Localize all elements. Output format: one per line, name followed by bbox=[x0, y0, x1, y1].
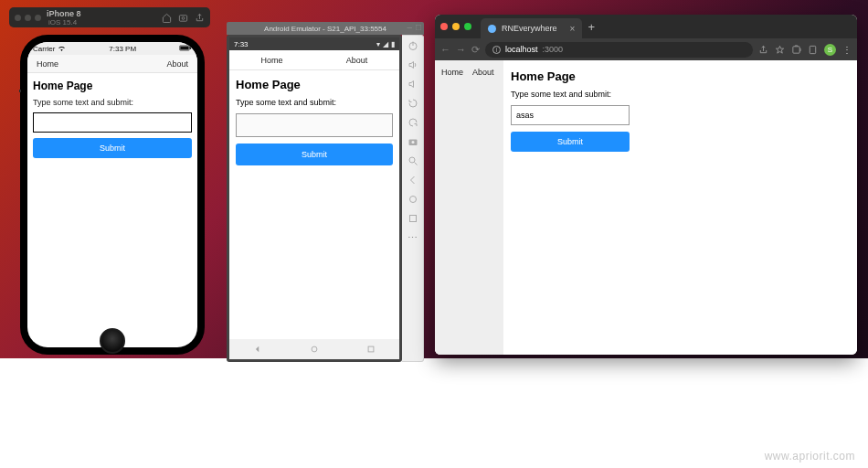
prompt-label: Type some text and submit: bbox=[511, 90, 850, 99]
wifi-icon: ▾ bbox=[376, 40, 380, 48]
volume-down-icon[interactable] bbox=[408, 79, 418, 90]
traffic-lights bbox=[15, 15, 41, 21]
device-os: iOS 15.4 bbox=[48, 18, 81, 27]
device-name: iPhone 8 bbox=[47, 9, 81, 18]
android-screen: 7:33 ▾ ◢ ▮ Home About Home Page Type som… bbox=[227, 35, 402, 362]
battery-icon bbox=[179, 45, 192, 53]
volume-up-icon[interactable] bbox=[408, 59, 418, 70]
account-icon[interactable] bbox=[808, 45, 818, 55]
android-tab-bar: Home About bbox=[229, 50, 399, 70]
tab-home[interactable]: Home bbox=[37, 59, 58, 69]
traffic-lights[interactable] bbox=[440, 23, 471, 30]
share-icon[interactable] bbox=[195, 13, 205, 23]
tab-about[interactable]: About bbox=[472, 68, 494, 77]
favicon bbox=[488, 25, 496, 33]
page-title: Home Page bbox=[33, 80, 192, 92]
url-path: :3000 bbox=[543, 45, 564, 54]
home-nav-icon[interactable] bbox=[408, 194, 418, 205]
watermark: www.apriorit.com bbox=[765, 450, 855, 463]
svg-point-10 bbox=[411, 141, 414, 144]
android-status-bar: 7:33 ▾ ◢ ▮ bbox=[229, 37, 399, 50]
carrier-label: Carrier bbox=[33, 45, 55, 53]
nav-forward-icon[interactable]: → bbox=[456, 44, 466, 55]
home-button[interactable] bbox=[100, 328, 125, 354]
text-input[interactable] bbox=[511, 105, 630, 125]
svg-line-12 bbox=[414, 163, 417, 165]
tab-home[interactable]: Home bbox=[261, 56, 283, 65]
camera-icon[interactable] bbox=[408, 136, 418, 147]
browser-tabstrip: RNEverywhere × + bbox=[435, 15, 857, 38]
signal-icon: ◢ bbox=[383, 40, 388, 48]
back-icon[interactable] bbox=[253, 345, 262, 354]
wifi-icon bbox=[58, 45, 66, 53]
page-title: Home Page bbox=[511, 69, 850, 83]
back-icon[interactable] bbox=[408, 175, 418, 186]
prompt-label: Type some text and submit: bbox=[236, 98, 393, 107]
close-tab-icon[interactable]: × bbox=[570, 24, 576, 34]
reload-icon[interactable]: ⟳ bbox=[471, 44, 480, 56]
home-icon[interactable] bbox=[162, 13, 172, 23]
rotate-left-icon[interactable] bbox=[408, 98, 418, 109]
svg-rect-14 bbox=[409, 216, 416, 222]
more-icon[interactable]: ⋯ bbox=[408, 232, 418, 244]
svg-point-13 bbox=[409, 197, 416, 203]
iphone-screen: Carrier 7:33 PM Home About Home Page Typ… bbox=[27, 42, 197, 347]
emulator-sidebar: –□ ⋯ bbox=[402, 35, 424, 362]
iphone-device: Carrier 7:33 PM Home About Home Page Typ… bbox=[20, 35, 205, 355]
browser-tab[interactable]: RNEverywhere × bbox=[481, 18, 582, 38]
text-input[interactable] bbox=[33, 112, 192, 133]
submit-button[interactable]: Submit bbox=[511, 132, 630, 152]
svg-point-5 bbox=[312, 346, 317, 352]
svg-rect-15 bbox=[793, 46, 799, 52]
ios-status-bar: Carrier 7:33 PM bbox=[27, 42, 197, 55]
page-title: Home Page bbox=[236, 78, 393, 91]
svg-rect-16 bbox=[810, 46, 815, 53]
emulator-titlebar: Android Emulator - S21_API_33:5554 bbox=[227, 22, 424, 35]
ios-tab-bar: Home About bbox=[27, 55, 197, 73]
url-host: localhost bbox=[505, 45, 538, 54]
prompt-label: Type some text and submit: bbox=[33, 98, 192, 107]
svg-rect-0 bbox=[179, 15, 186, 20]
svg-rect-4 bbox=[181, 46, 189, 48]
submit-button[interactable]: Submit bbox=[33, 138, 192, 158]
browser-toolbar: ← → ⟳ i localhost:3000 S ⋮ bbox=[435, 38, 857, 60]
battery-icon: ▮ bbox=[391, 40, 395, 48]
share-icon[interactable] bbox=[758, 45, 768, 55]
ios-time: 7:33 PM bbox=[109, 45, 136, 53]
star-icon[interactable] bbox=[775, 45, 785, 55]
submit-button[interactable]: Submit bbox=[236, 144, 393, 165]
nav-back-icon[interactable]: ← bbox=[440, 44, 450, 55]
zoom-icon[interactable] bbox=[408, 155, 418, 166]
web-sidebar: Home About bbox=[435, 60, 503, 355]
tab-home[interactable]: Home bbox=[441, 68, 463, 77]
new-tab-button[interactable]: + bbox=[587, 20, 595, 34]
extensions-icon[interactable] bbox=[791, 45, 801, 55]
android-nav-bar bbox=[229, 339, 399, 359]
android-time: 7:33 bbox=[234, 40, 249, 48]
rotate-right-icon[interactable] bbox=[408, 117, 418, 128]
overview-nav-icon[interactable] bbox=[408, 213, 418, 224]
svg-rect-3 bbox=[190, 47, 191, 48]
browser-window: RNEverywhere × + ← → ⟳ i localhost:3000 … bbox=[435, 15, 857, 355]
overview-icon[interactable] bbox=[366, 345, 376, 354]
svg-point-1 bbox=[182, 16, 185, 19]
address-bar[interactable]: i localhost:3000 bbox=[485, 42, 753, 58]
android-emulator: Android Emulator - S21_API_33:5554 7:33 … bbox=[227, 22, 424, 362]
power-icon[interactable] bbox=[408, 40, 418, 51]
device-info-bar: iPhone 8 iOS 15.4 bbox=[9, 7, 210, 27]
home-icon[interactable] bbox=[310, 345, 319, 354]
profile-avatar[interactable]: S bbox=[824, 44, 836, 56]
screenshot-icon[interactable] bbox=[178, 13, 188, 23]
tab-about[interactable]: About bbox=[166, 59, 188, 69]
svg-point-11 bbox=[409, 157, 415, 163]
window-controls[interactable]: –□ bbox=[407, 22, 421, 32]
site-info-icon[interactable]: i bbox=[492, 46, 501, 54]
text-input[interactable] bbox=[236, 113, 393, 137]
menu-icon[interactable]: ⋮ bbox=[842, 45, 852, 55]
tab-about[interactable]: About bbox=[346, 56, 368, 65]
tab-title: RNEverywhere bbox=[502, 24, 557, 33]
svg-rect-6 bbox=[368, 346, 374, 352]
